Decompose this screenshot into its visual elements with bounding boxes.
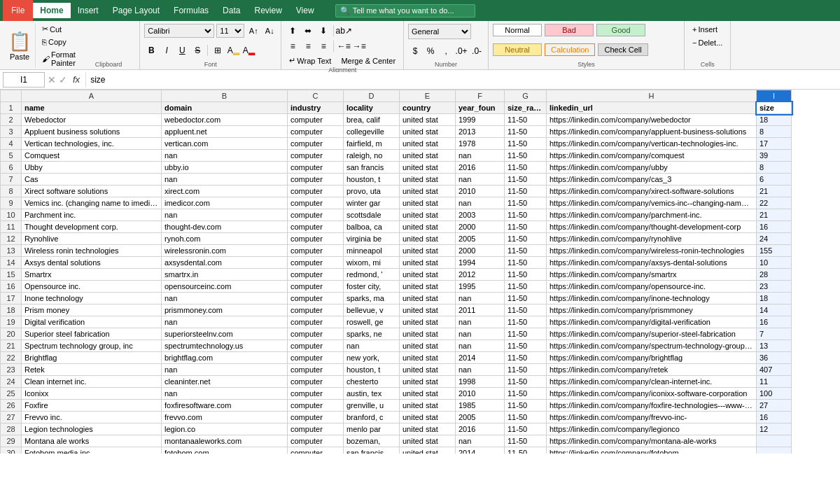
cell-d26[interactable]: grenville, u xyxy=(344,400,400,412)
cell-f20[interactable]: nan xyxy=(456,328,505,340)
cell-h26[interactable]: https://linkedin.com/company/foxfire-tec… xyxy=(547,400,757,412)
cell-f24[interactable]: 1998 xyxy=(456,376,505,388)
cell-h22[interactable]: https://linkedin.com/company/brightflag xyxy=(547,352,757,364)
cell-b1[interactable]: domain xyxy=(162,102,288,114)
cell-reference-input[interactable] xyxy=(3,72,45,88)
cell-b13[interactable]: wirelessronin.com xyxy=(162,245,288,257)
cell-d28[interactable]: menlo par xyxy=(344,424,400,435)
cell-a20[interactable]: Superior steel fabrication xyxy=(22,328,162,340)
cell-i18[interactable]: 14 xyxy=(757,304,792,316)
col-header-d[interactable]: D xyxy=(344,90,400,102)
cell-i23[interactable]: 407 xyxy=(757,364,792,376)
cell-c26[interactable]: computer xyxy=(288,400,344,412)
cell-g2[interactable]: 11-50 xyxy=(505,114,547,126)
cell-h17[interactable]: https://linkedin.com/company/inone-techn… xyxy=(547,293,757,304)
cell-a28[interactable]: Legion technologies xyxy=(22,424,162,435)
cell-i5[interactable]: 39 xyxy=(757,150,792,162)
cell-e21[interactable]: united stat xyxy=(400,340,456,352)
cell-g12[interactable]: 11-50 xyxy=(505,233,547,245)
cell-c7[interactable]: computer xyxy=(288,174,344,186)
insert-cells-button[interactable]: + Insert xyxy=(689,24,726,35)
cell-f15[interactable]: 2012 xyxy=(456,269,505,281)
cell-i12[interactable]: 24 xyxy=(757,233,792,245)
cell-b6[interactable]: ubby.io xyxy=(162,162,288,174)
cell-d25[interactable]: austin, tex xyxy=(344,388,400,400)
cell-i17[interactable]: 18 xyxy=(757,293,792,304)
cell-c28[interactable]: computer xyxy=(288,424,344,435)
cell-d6[interactable]: san francis xyxy=(344,162,400,174)
cell-d15[interactable]: redmond, ' xyxy=(344,269,400,281)
cell-i7[interactable]: 6 xyxy=(757,174,792,186)
cell-g24[interactable]: 11-50 xyxy=(505,376,547,388)
cell-d27[interactable]: branford, c xyxy=(344,412,400,424)
fill-color-button[interactable]: A▂ xyxy=(226,43,240,57)
cell-h10[interactable]: https://linkedin.com/company/parchment-i… xyxy=(547,209,757,221)
cell-h14[interactable]: https://linkedin.com/company/axsys-denta… xyxy=(547,257,757,269)
menu-search[interactable]: 🔍 Tell me what you want to do... xyxy=(335,4,475,18)
cell-i6[interactable]: 8 xyxy=(757,162,792,174)
cell-d2[interactable]: brea, calif xyxy=(344,114,400,126)
cell-f10[interactable]: 2003 xyxy=(456,209,505,221)
cell-a22[interactable]: Brightflag xyxy=(22,352,162,364)
cell-e10[interactable]: united stat xyxy=(400,209,456,221)
menu-file[interactable]: File xyxy=(3,0,33,21)
cell-i19[interactable]: 16 xyxy=(757,316,792,328)
cell-b29[interactable]: montanaaleworks.com xyxy=(162,435,288,447)
cell-c21[interactable]: computer xyxy=(288,340,344,352)
font-color-button[interactable]: A▂ xyxy=(241,43,255,57)
cell-c8[interactable]: computer xyxy=(288,186,344,197)
cell-b24[interactable]: cleaninter.net xyxy=(162,376,288,388)
cell-f26[interactable]: 1985 xyxy=(456,400,505,412)
col-header-c[interactable]: C xyxy=(288,90,344,102)
cell-i14[interactable]: 10 xyxy=(757,257,792,269)
col-header-f[interactable]: F xyxy=(456,90,505,102)
merge-center-button[interactable]: Merge & Center xyxy=(337,55,399,66)
cell-b21[interactable]: spectrumtechnology.us xyxy=(162,340,288,352)
cell-c23[interactable]: computer xyxy=(288,364,344,376)
cell-f4[interactable]: 1978 xyxy=(456,138,505,150)
cell-d10[interactable]: scottsdale xyxy=(344,209,400,221)
cell-a11[interactable]: Thought development corp. xyxy=(22,221,162,233)
cell-c29[interactable]: computer xyxy=(288,435,344,447)
orientation-button[interactable]: ab↗ xyxy=(337,24,351,38)
cell-g11[interactable]: 11-50 xyxy=(505,221,547,233)
confirm-formula-icon[interactable]: ✓ xyxy=(59,74,67,85)
cell-d5[interactable]: raleigh, no xyxy=(344,150,400,162)
cell-e6[interactable]: united stat xyxy=(400,162,456,174)
cell-a26[interactable]: Foxfire xyxy=(22,400,162,412)
cell-a5[interactable]: Comquest xyxy=(22,150,162,162)
cell-g13[interactable]: 11-50 xyxy=(505,245,547,257)
cell-e16[interactable]: united stat xyxy=(400,281,456,293)
cell-i8[interactable]: 21 xyxy=(757,186,792,197)
cell-c2[interactable]: computer xyxy=(288,114,344,126)
cell-f25[interactable]: 2010 xyxy=(456,388,505,400)
cell-i15[interactable]: 28 xyxy=(757,269,792,281)
cell-h13[interactable]: https://linkedin.com/company/wireless-ro… xyxy=(547,245,757,257)
cell-e23[interactable]: united stat xyxy=(400,364,456,376)
cell-g14[interactable]: 11-50 xyxy=(505,257,547,269)
cell-a24[interactable]: Clean internet inc. xyxy=(22,376,162,388)
style-calculation[interactable]: Calculation xyxy=(545,43,595,56)
underline-button[interactable]: U xyxy=(175,43,189,57)
cell-e8[interactable]: united stat xyxy=(400,186,456,197)
cell-h1[interactable]: linkedin_url xyxy=(547,102,757,114)
cell-d3[interactable]: collegeville xyxy=(344,126,400,138)
cell-h30[interactable]: https://linkedin.com/company/fotobom xyxy=(547,447,757,454)
cell-e20[interactable]: united stat xyxy=(400,328,456,340)
cell-a7[interactable]: Cas xyxy=(22,174,162,186)
cell-b3[interactable]: appluent.net xyxy=(162,126,288,138)
cell-c18[interactable]: computer xyxy=(288,304,344,316)
indent-increase-button[interactable]: →≡ xyxy=(352,39,366,53)
wrap-text-button[interactable]: ↵ Wrap Text xyxy=(286,55,335,66)
cell-a15[interactable]: Smartrx xyxy=(22,269,162,281)
cell-a16[interactable]: Opensource inc. xyxy=(22,281,162,293)
cell-f8[interactable]: 2010 xyxy=(456,186,505,197)
cell-a2[interactable]: Webedoctor xyxy=(22,114,162,126)
cell-f16[interactable]: 1995 xyxy=(456,281,505,293)
cell-i10[interactable]: 21 xyxy=(757,209,792,221)
align-middle-button[interactable]: ⬌ xyxy=(301,24,315,38)
bold-button[interactable]: B xyxy=(144,43,158,57)
cell-a9[interactable]: Vemics inc. (changing name to imedicor) xyxy=(22,197,162,209)
cell-c13[interactable]: computer xyxy=(288,245,344,257)
cell-b15[interactable]: smartrx.in xyxy=(162,269,288,281)
